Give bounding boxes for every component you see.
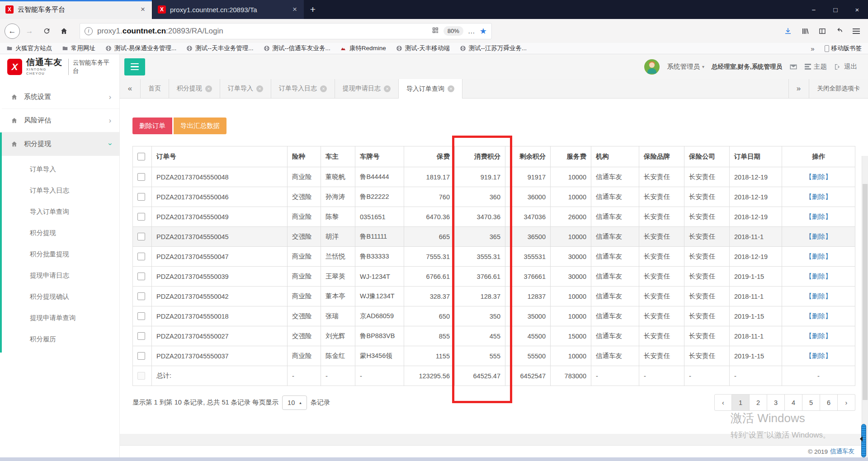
avatar[interactable] <box>644 59 660 75</box>
bookmark-item[interactable]: 测试-易保通业务管理... <box>105 44 176 52</box>
sidebar-subitem[interactable]: 积分提现确认 <box>2 286 119 307</box>
sidebar-toggle-icon[interactable] <box>818 27 826 35</box>
tab-close-icon[interactable]: × <box>139 5 146 14</box>
delete-link[interactable]: 【删除】 <box>806 332 832 339</box>
zoom-level-badge[interactable]: 80% <box>443 26 463 36</box>
page-number-button[interactable]: 6 <box>820 394 838 411</box>
sidebar-subitem[interactable]: 积分批量提现 <box>2 244 119 265</box>
user-role-dropdown[interactable]: 系统管理员▾ <box>667 62 704 71</box>
delete-link[interactable]: 【删除】 <box>806 173 832 180</box>
bookmark-star-icon[interactable]: ★ <box>480 26 487 36</box>
tab-close-icon[interactable]: × <box>448 85 454 92</box>
undo-arrow-icon[interactable] <box>835 27 844 35</box>
page-actions-icon[interactable]: … <box>468 27 475 35</box>
bookmark-item[interactable]: 测试--天丰业务管理... <box>186 44 253 52</box>
tab-close-icon[interactable]: × <box>256 85 263 92</box>
copyright-brand-link[interactable]: 信通车友 <box>830 447 854 456</box>
home-button[interactable] <box>56 24 71 39</box>
bookmarks-overflow-chevron[interactable]: » <box>811 45 814 52</box>
minimize-button[interactable]: − <box>803 0 825 19</box>
page-tab[interactable]: 订单导入× <box>220 79 271 98</box>
reload-button[interactable] <box>39 24 54 39</box>
delete-link[interactable]: 【删除】 <box>806 193 832 200</box>
logout-button[interactable]: 退出 <box>834 62 857 71</box>
tab-scroll-right[interactable]: » <box>788 79 809 98</box>
bookmark-item[interactable]: 测试--江苏万舜业务... <box>460 44 527 52</box>
sidebar-subitem[interactable]: 积分履历 <box>2 329 119 350</box>
sidebar-group-item[interactable]: 系统设置› <box>2 85 119 109</box>
export-summary-button[interactable]: 导出汇总数据 <box>174 118 226 134</box>
bookmark-item[interactable]: 火狐官方站点 <box>6 44 52 52</box>
back-button[interactable]: ← <box>5 24 20 39</box>
app-logo[interactable]: X 信通车友 XINTONG CHEYOU 云智能车务平台 <box>0 54 119 79</box>
row-checkbox[interactable] <box>137 213 145 221</box>
downloads-icon[interactable] <box>784 27 792 35</box>
select-all-checkbox[interactable] <box>137 153 145 160</box>
forward-button[interactable]: → <box>22 24 37 39</box>
page-next-button[interactable]: › <box>838 394 855 411</box>
row-checkbox[interactable] <box>137 352 145 360</box>
delete-orders-button[interactable]: 删除订单 <box>132 118 172 134</box>
sidebar-subitem[interactable]: 积分提现 <box>2 222 119 244</box>
browser-tab[interactable]: Xproxy1.countnet.cn:20893/Ta× <box>152 0 304 19</box>
page-prev-button[interactable]: ‹ <box>714 394 732 411</box>
site-info-icon[interactable]: i <box>85 27 93 35</box>
page-number-button[interactable]: 4 <box>785 394 802 411</box>
page-size-dropdown[interactable]: 10▴ <box>282 395 307 410</box>
row-checkbox[interactable] <box>137 193 145 201</box>
sidebar-collapse-button[interactable] <box>124 58 145 75</box>
row-checkbox[interactable] <box>137 292 145 300</box>
bookmark-item[interactable]: 测试--信通车友业务... <box>264 44 330 52</box>
qr-grid-icon[interactable] <box>432 27 439 36</box>
page-number-button[interactable]: 3 <box>767 394 785 411</box>
page-tab[interactable]: 导入订单查询× <box>399 79 462 99</box>
close-all-tabs-button[interactable]: 关闭全部选项卡 <box>809 79 868 98</box>
sidebar-subitem[interactable]: 导入订单查询 <box>2 201 119 222</box>
tab-scroll-left[interactable]: « <box>120 79 141 98</box>
bookmark-item[interactable]: 常用网址 <box>62 44 95 52</box>
page-number-button[interactable]: 1 <box>732 394 750 411</box>
sidebar-subitem[interactable]: 订单导入 <box>2 159 119 180</box>
sidebar-subitem[interactable]: 提现申请单查询 <box>2 307 119 329</box>
maximize-button[interactable]: □ <box>825 0 846 19</box>
bookmark-item[interactable]: 测试-天丰移动端 <box>396 44 450 52</box>
mobile-bookmarks[interactable]: 移动版书签 <box>825 44 862 52</box>
page-tab[interactable]: 首页 <box>141 79 169 98</box>
row-checkbox[interactable] <box>137 273 145 280</box>
page-number-button[interactable]: 5 <box>802 394 820 411</box>
page-scrollbar[interactable] <box>862 156 868 457</box>
url-bar[interactable]: i proxy1.countnet.cn:20893/RA/Login 80% … <box>80 23 492 39</box>
tab-close-icon[interactable]: × <box>320 85 327 92</box>
delete-link[interactable]: 【删除】 <box>806 273 832 280</box>
sidebar-subitem[interactable]: 提现申请日志 <box>2 265 119 286</box>
window-close-button[interactable]: × <box>846 0 868 19</box>
page-tab[interactable]: 订单导入日志× <box>271 79 335 98</box>
delete-link[interactable]: 【删除】 <box>806 312 832 320</box>
row-checkbox[interactable] <box>137 253 145 260</box>
messages-icon[interactable] <box>789 63 797 71</box>
tab-close-icon[interactable]: × <box>291 5 298 14</box>
page-tab[interactable]: 提现申请日志× <box>335 79 399 98</box>
sidebar-group-active[interactable]: 积分提现› <box>2 132 119 156</box>
delete-link[interactable]: 【删除】 <box>806 233 832 240</box>
sidebar-group-item[interactable]: 风险评估› <box>2 109 119 132</box>
row-checkbox[interactable] <box>137 312 145 320</box>
sidebar-subitem[interactable]: 订单导入日志 <box>2 180 119 201</box>
row-checkbox[interactable] <box>137 332 145 340</box>
scrollbar-thumb[interactable] <box>863 184 868 400</box>
page-number-button[interactable]: 2 <box>750 394 767 411</box>
delete-link[interactable]: 【删除】 <box>806 253 832 260</box>
delete-link[interactable]: 【删除】 <box>806 292 832 300</box>
url-text[interactable]: proxy1.countnet.cn:20893/RA/Login <box>97 27 427 36</box>
bookmark-item[interactable]: 康特Redmine <box>340 44 386 52</box>
firefox-menu-icon[interactable] <box>853 28 860 34</box>
row-checkbox[interactable] <box>137 233 145 240</box>
tab-close-icon[interactable]: × <box>384 85 391 92</box>
page-tab[interactable]: 积分提现× <box>169 79 220 98</box>
row-checkbox[interactable] <box>137 173 145 181</box>
tab-close-icon[interactable]: × <box>205 85 212 92</box>
delete-link[interactable]: 【删除】 <box>806 213 832 220</box>
library-icon[interactable] <box>801 27 809 35</box>
theme-button[interactable]: 主题 <box>805 62 827 71</box>
new-tab-button[interactable]: + <box>304 0 322 19</box>
